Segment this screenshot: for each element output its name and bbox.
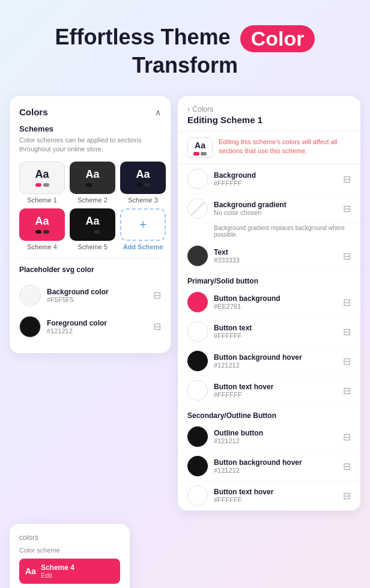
rp-text-circle — [187, 246, 208, 266]
current-scheme-edit[interactable]: Edit — [41, 572, 114, 579]
fg-color-circle — [19, 316, 41, 338]
rp-btn-texth-info: Button text hover #FFFFFF — [214, 383, 273, 398]
rp-btn-text-row[interactable]: Button text #FFFFFF ⊟ — [178, 317, 360, 347]
stack-icon-rp-btn-text[interactable]: ⊟ — [343, 326, 351, 338]
rp-bgg-hex: No color chosen — [214, 209, 287, 216]
scheme-dots-5 — [86, 230, 100, 234]
stack-icon-rp-btn-bgh[interactable]: ⊟ — [343, 356, 351, 367]
rp-outline-hex: #121212 — [214, 437, 263, 444]
bg-color-hex: #F5F5F5 — [47, 296, 109, 303]
stack-icon-bg[interactable]: ⊟ — [153, 289, 161, 301]
rp-btn-bg-row[interactable]: Button background #EE2761 ⊟ — [178, 288, 360, 317]
rp-outline-texth-circle — [187, 485, 208, 506]
rp-outline-label: Outline button — [214, 429, 263, 437]
editing-title: Editing Scheme 1 — [187, 115, 351, 125]
right-panel: ‹ Colors Editing Scheme 1 Aa Editing thi… — [178, 96, 360, 511]
scheme-item-2[interactable]: Aa Scheme 2 — [70, 162, 115, 204]
scheme-aa-4: Aa — [35, 215, 49, 228]
rp-btn-texth-circle — [187, 380, 208, 401]
primary-section-header: Primary/Solid button — [178, 271, 360, 288]
current-scheme-name: Scheme 4 — [41, 563, 114, 572]
rp-btn-text-label: Button text — [214, 324, 252, 332]
rp-text-left: Text #333333 — [187, 246, 240, 266]
dot-dark-4 — [43, 230, 49, 234]
rp-bgg-label: Background gradient — [214, 201, 287, 209]
stack-icon-rp-outline-bgh[interactable]: ⊟ — [343, 461, 351, 472]
scheme-item-add[interactable]: + Add Scheme — [120, 208, 166, 250]
rp-bg-info: Background #FFFFFF — [214, 171, 256, 187]
dot-black-4 — [35, 230, 41, 234]
rp-btn-texth-row[interactable]: Button text hover #FFFFFF ⊟ — [178, 376, 360, 405]
scheme-aa-1: Aa — [35, 168, 49, 181]
scheme-notice: Aa Editing this scheme's colors will aff… — [178, 132, 360, 165]
notice-text: Editing this scheme's colors will affect… — [219, 138, 351, 156]
rp-text-label: Text — [214, 248, 240, 256]
stack-icon-fg[interactable]: ⊟ — [153, 321, 161, 332]
fg-color-hex: #121212 — [47, 327, 107, 335]
rp-bgg-info: Background gradient No color chosen — [214, 201, 287, 216]
rp-bg-row[interactable]: Background #FFFFFF ⊟ — [178, 165, 360, 194]
rp-bgg-row[interactable]: Background gradient No color chosen ⊟ — [178, 194, 360, 223]
scheme-dots-3 — [136, 183, 150, 187]
stack-icon-rp-text[interactable]: ⊟ — [343, 250, 351, 262]
rp-btn-bg-label: Button background — [214, 294, 281, 303]
schemes-label: Schemes — [19, 124, 161, 133]
fg-color-row[interactable]: Foreground color #121212 ⊟ — [19, 311, 161, 342]
dot-black-2 — [86, 183, 92, 187]
scheme-preview-dots — [193, 152, 207, 156]
rp-outline-bgh-row[interactable]: Button background hover #121212 ⊟ — [178, 452, 360, 481]
stack-icon-rp-btn-bg[interactable]: ⊟ — [343, 297, 351, 308]
rp-outline-left: Outline button #121212 — [187, 426, 263, 447]
rp-btn-bg-circle — [187, 292, 208, 312]
scheme-grid: Aa Scheme 1 Aa — [19, 162, 161, 250]
stack-icon-rp-bg[interactable]: ⊟ — [343, 174, 351, 185]
bg-color-info: Background color #F5F5F5 — [47, 288, 109, 303]
bg-color-left: Background color #F5F5F5 — [19, 285, 109, 306]
rp-outline-texth-left: Button text hover #FFFFFF — [187, 485, 273, 506]
bg-color-row[interactable]: Background color #F5F5F5 ⊟ — [19, 280, 161, 311]
rp-bg-hex: #FFFFFF — [214, 180, 256, 187]
scheme-box-add[interactable]: + — [120, 208, 166, 241]
scheme-aa-2: Aa — [85, 168, 99, 181]
rp-btn-bgh-hex: #121212 — [214, 362, 302, 369]
current-scheme-box[interactable]: Aa Scheme 4 Edit — [19, 559, 120, 584]
rp-outline-texth-row[interactable]: Button text hover #FFFFFF ⊟ — [178, 481, 360, 511]
scheme-name-4: Scheme 4 — [27, 243, 57, 250]
scheme-box-5[interactable]: Aa — [70, 208, 115, 241]
back-chevron-icon[interactable]: ‹ — [187, 105, 190, 114]
scheme-box-2[interactable]: Aa — [70, 162, 115, 194]
scheme-item-1[interactable]: Aa Scheme 1 — [19, 162, 65, 204]
scheme-item-5[interactable]: Aa Scheme 5 — [70, 208, 115, 250]
stack-icon-rp-btn-texth[interactable]: ⊟ — [343, 385, 351, 396]
rp-outline-texth-info: Button text hover #FFFFFF — [214, 488, 273, 503]
rp-btn-bgh-row[interactable]: Button background hover #121212 ⊟ — [178, 347, 360, 376]
scheme-item-3[interactable]: Aa Scheme 3 — [120, 162, 166, 204]
rp-outline-bgh-circle — [187, 456, 208, 476]
breadcrumb-row: ‹ Colors — [187, 105, 351, 114]
scheme-item-4[interactable]: Aa Scheme 4 — [19, 208, 65, 250]
rp-btn-text-hex: #FFFFFF — [214, 332, 252, 339]
scheme-preview-aa: Aa — [195, 141, 205, 150]
stack-icon-rp-bgg[interactable]: ⊟ — [343, 203, 351, 214]
rp-text-row[interactable]: Text #333333 ⊟ — [178, 241, 360, 271]
stack-icon-rp-outline[interactable]: ⊟ — [343, 431, 351, 443]
rp-outline-row[interactable]: Outline button #121212 ⊟ — [178, 422, 360, 452]
scheme-box-1[interactable]: Aa — [19, 162, 65, 194]
page-title: Effortless Theme Color Transform — [12, 24, 358, 78]
bottom-section-label: Color scheme — [19, 547, 120, 554]
bottom-panel: colors Color scheme Aa Scheme 4 Edit Cha… — [10, 524, 130, 588]
fg-color-label: Foreground color — [47, 319, 107, 327]
breadcrumb-text: Colors — [192, 105, 213, 114]
scheme-box-4[interactable]: Aa — [19, 208, 65, 241]
stack-icon-rp-outline-texth[interactable]: ⊟ — [343, 490, 351, 502]
bottom-section: colors Color scheme Aa Scheme 4 Edit Cha… — [0, 524, 370, 588]
scheme-box-3[interactable]: Aa — [120, 162, 166, 194]
chevron-up-icon[interactable]: ∧ — [155, 108, 161, 117]
rp-bg-label: Background — [214, 171, 256, 180]
panels-area: Colors ∧ Schemes Color schemes can be ap… — [0, 90, 370, 517]
color-badge: Color — [240, 25, 315, 52]
dot-black-5 — [86, 230, 92, 234]
schemes-desc: Color schemes can be applied to sections… — [19, 136, 161, 154]
add-scheme-label: Add Scheme — [123, 243, 163, 250]
rp-btn-bg-left: Button background #EE2761 — [187, 292, 281, 312]
